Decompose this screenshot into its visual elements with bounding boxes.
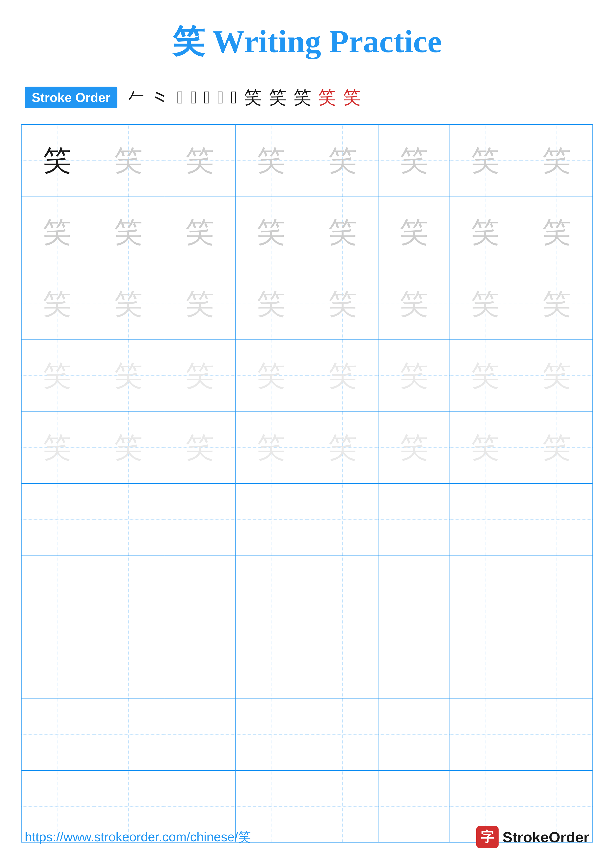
char-5-5: 笑 [328, 433, 357, 462]
grid-cell-3-1: 笑 [22, 268, 93, 339]
char-2-7: 笑 [471, 218, 500, 246]
grid-cell-9-8: 笑 [521, 699, 592, 770]
grid-cell-1-8: 笑 [521, 125, 592, 196]
char-1-7: 笑 [471, 146, 500, 175]
grid-cell-3-3: 笑 [164, 268, 236, 339]
char-3-4: 笑 [257, 290, 285, 318]
stroke-7: 𠃏 [231, 87, 241, 108]
stroke-order-badge: Stroke Order [25, 87, 117, 108]
grid-cell-1-2: 笑 [93, 125, 164, 196]
grid-cell-3-5: 笑 [307, 268, 378, 339]
char-3-1: 笑 [43, 290, 72, 318]
grid-cell-8-7: 笑 [450, 627, 521, 699]
grid-cell-5-6: 笑 [378, 412, 450, 483]
grid-cell-4-8: 笑 [521, 340, 592, 411]
grid-cell-2-5: 笑 [307, 197, 378, 268]
grid-cell-7-4: 笑 [236, 555, 307, 627]
char-1-6: 笑 [400, 146, 428, 175]
grid-cell-9-7: 笑 [450, 699, 521, 770]
stroke-order-row: Stroke Order 𠂉 ⺀ 𠃌 𠃊 𠃋 𠃎 𠃏 笑 笑 笑 笑 笑 [0, 78, 614, 117]
char-3-6: 笑 [400, 290, 428, 318]
footer: https://www.strokeorder.com/chinese/笑 字 … [0, 826, 614, 848]
stroke-8: 笑 [244, 85, 266, 109]
grid-cell-6-1: 笑 [22, 484, 93, 555]
grid-cell-6-5: 笑 [307, 484, 378, 555]
char-4-4: 笑 [257, 361, 285, 390]
grid-cell-7-8: 笑 [521, 555, 592, 627]
grid-cell-9-5: 笑 [307, 699, 378, 770]
char-1-5: 笑 [328, 146, 357, 175]
grid-cell-6-3: 笑 [164, 484, 236, 555]
grid-row-7: 笑 笑 笑 笑 笑 笑 笑 笑 [22, 555, 592, 627]
char-2-1: 笑 [43, 218, 72, 246]
grid-cell-5-2: 笑 [93, 412, 164, 483]
char-5-2: 笑 [114, 433, 143, 462]
practice-grid: 笑 笑 笑 笑 笑 笑 笑 笑 [21, 124, 593, 843]
grid-cell-4-3: 笑 [164, 340, 236, 411]
grid-cell-8-5: 笑 [307, 627, 378, 699]
grid-cell-6-7: 笑 [450, 484, 521, 555]
char-1-2: 笑 [114, 146, 143, 175]
char-3-3: 笑 [185, 290, 214, 318]
grid-cell-4-7: 笑 [450, 340, 521, 411]
grid-row-2: 笑 笑 笑 笑 笑 笑 笑 笑 [22, 197, 592, 268]
stroke-5: 𠃋 [204, 87, 215, 108]
grid-cell-7-2: 笑 [93, 555, 164, 627]
grid-cell-3-7: 笑 [450, 268, 521, 339]
grid-cell-4-2: 笑 [93, 340, 164, 411]
title-text: Writing Practice [213, 23, 441, 59]
grid-row-1: 笑 笑 笑 笑 笑 笑 笑 笑 [22, 125, 592, 197]
footer-logo-icon: 字 [476, 826, 499, 848]
grid-row-3: 笑 笑 笑 笑 笑 笑 笑 笑 [22, 268, 592, 340]
grid-cell-6-8: 笑 [521, 484, 592, 555]
grid-cell-5-5: 笑 [307, 412, 378, 483]
grid-cell-2-2: 笑 [93, 197, 164, 268]
grid-row-8: 笑 笑 笑 笑 笑 笑 笑 笑 [22, 627, 592, 699]
char-3-5: 笑 [328, 290, 357, 318]
grid-cell-6-4: 笑 [236, 484, 307, 555]
grid-row-5: 笑 笑 笑 笑 笑 笑 笑 笑 [22, 412, 592, 484]
char-1-1: 笑 [43, 146, 72, 175]
char-2-8: 笑 [542, 218, 571, 246]
grid-cell-9-1: 笑 [22, 699, 93, 770]
grid-row-4: 笑 笑 笑 笑 笑 笑 笑 笑 [22, 340, 592, 412]
grid-cell-2-4: 笑 [236, 197, 307, 268]
grid-cell-7-6: 笑 [378, 555, 450, 627]
char-4-6: 笑 [400, 361, 428, 390]
char-1-3: 笑 [185, 146, 214, 175]
char-4-5: 笑 [328, 361, 357, 390]
grid-cell-3-2: 笑 [93, 268, 164, 339]
grid-cell-3-6: 笑 [378, 268, 450, 339]
grid-cell-3-4: 笑 [236, 268, 307, 339]
char-4-1: 笑 [43, 361, 72, 390]
char-2-6: 笑 [400, 218, 428, 246]
grid-cell-5-3: 笑 [164, 412, 236, 483]
grid-cell-8-1: 笑 [22, 627, 93, 699]
stroke-2: ⺀ [152, 85, 174, 109]
char-5-1: 笑 [43, 433, 72, 462]
char-1-8: 笑 [542, 146, 571, 175]
char-2-2: 笑 [114, 218, 143, 246]
grid-cell-9-3: 笑 [164, 699, 236, 770]
grid-cell-4-4: 笑 [236, 340, 307, 411]
stroke-9: 笑 [269, 85, 291, 109]
grid-cell-7-3: 笑 [164, 555, 236, 627]
char-2-3: 笑 [185, 218, 214, 246]
grid-cell-8-6: 笑 [378, 627, 450, 699]
grid-cell-2-3: 笑 [164, 197, 236, 268]
grid-cell-6-2: 笑 [93, 484, 164, 555]
grid-row-9: 笑 笑 笑 笑 笑 笑 笑 笑 [22, 699, 592, 771]
char-5-6: 笑 [400, 433, 428, 462]
char-4-2: 笑 [114, 361, 143, 390]
grid-cell-5-8: 笑 [521, 412, 592, 483]
char-4-7: 笑 [471, 361, 500, 390]
grid-cell-2-6: 笑 [378, 197, 450, 268]
char-1-4: 笑 [257, 146, 285, 175]
grid-cell-9-6: 笑 [378, 699, 450, 770]
char-3-2: 笑 [114, 290, 143, 318]
stroke-10: 笑 [294, 85, 316, 109]
char-4-3: 笑 [185, 361, 214, 390]
grid-cell-8-2: 笑 [93, 627, 164, 699]
char-5-7: 笑 [471, 433, 500, 462]
grid-cell-2-1: 笑 [22, 197, 93, 268]
